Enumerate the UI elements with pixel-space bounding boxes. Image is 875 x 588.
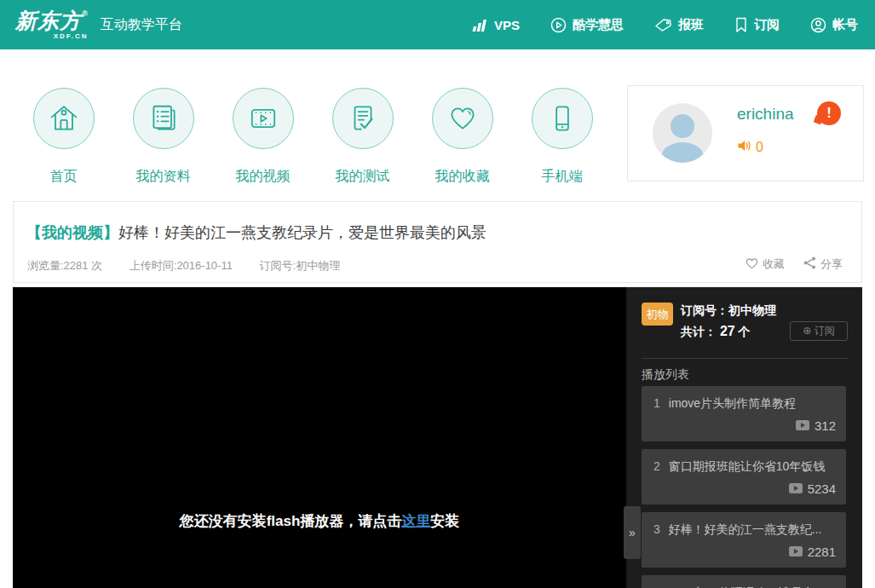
content-row: 您还没有安装flash播放器，请点击这里安装 » 初物 订阅号：初中物理 共计：…	[13, 287, 862, 588]
registered-mark: ®	[82, 9, 89, 18]
phone-icon	[532, 88, 593, 149]
nav-label: 我的视频	[236, 168, 291, 186]
heart-icon	[432, 88, 493, 149]
nav-item-mobile[interactable]: 手机端	[512, 88, 612, 186]
user-card: erichina ! 0	[627, 85, 864, 182]
test-check-icon	[332, 88, 394, 149]
platform-title: 互动教学平台	[101, 16, 182, 34]
avatar-head	[671, 114, 694, 138]
item-title: 好棒！好美的江一燕支教纪...	[669, 522, 822, 538]
flash-msg-suffix: 安装	[430, 513, 459, 529]
play-count-value: 312	[815, 418, 836, 433]
nav-label: 手机端	[542, 168, 583, 186]
subscription-total: 共计： 27 个	[681, 324, 751, 340]
item-index: 3	[653, 522, 660, 538]
collect-label: 收藏	[763, 257, 785, 272]
video-title: 【我的视频】好棒！好美的江一燕支教纪录片，爱是世界最美的风景	[26, 222, 486, 243]
top-header: 新东方® XDF.CN 互动教学平台 VPS 酷学慧思 报班	[0, 0, 875, 49]
heart-outline-icon	[745, 257, 758, 272]
total-unit: 个	[739, 325, 751, 338]
xdf-logo[interactable]: 新东方® XDF.CN	[15, 10, 89, 40]
item-index: 1	[653, 396, 660, 412]
nav-label: 首页	[50, 168, 78, 186]
menu-item-dingyue[interactable]: 订阅	[734, 17, 780, 33]
playlist-title: 播放列表	[642, 367, 689, 383]
playlist-item-2[interactable]: 2窗口期报班能让你省10年饭钱 5234	[642, 449, 846, 504]
nav-item-materials[interactable]: 我的资料	[113, 88, 213, 186]
flash-missing-message: 您还没有安装flash播放器，请点击这里安装	[13, 511, 626, 531]
logo-domain: XDF.CN	[15, 33, 89, 40]
item-title: 窗口期报班能让你省10年饭钱	[669, 459, 826, 475]
play-count-value: 5234	[808, 481, 836, 496]
video-category-tag: 【我的视频】	[26, 224, 118, 241]
share-icon	[803, 257, 816, 272]
menu-item-baoban[interactable]: 报班	[654, 17, 704, 33]
bar-chart-icon	[471, 18, 488, 32]
header-menu: VPS 酷学慧思 报班 订阅	[471, 17, 858, 33]
subscription-header: 初物 订阅号：初中物理 共计： 27 个 ⊕ 订阅	[642, 303, 848, 343]
menu-label: 帐号	[832, 17, 858, 33]
play-video-icon	[789, 481, 803, 496]
volume-count: 0	[756, 140, 763, 155]
flash-msg-prefix: 您还没有安装flash播放器，请点击	[180, 513, 402, 529]
logo-text: 新东方	[15, 9, 82, 32]
play-video-icon	[789, 545, 803, 559]
main-nav: 首页 我的资料 我的视频	[14, 88, 612, 186]
playlist-sidebar: 初物 订阅号：初中物理 共计： 27 个 ⊕ 订阅 播放列表 1imove片头制…	[626, 287, 862, 588]
play-count: 312	[796, 418, 836, 433]
menu-label: 报班	[678, 17, 704, 33]
menu-label: 酷学慧思	[573, 17, 624, 33]
avatar-body	[662, 142, 703, 163]
tag-icon	[654, 17, 672, 32]
menu-label: 订阅	[754, 17, 780, 33]
subscription-name: 订阅号:初中物理	[260, 259, 341, 272]
sidebar-collapse-handle[interactable]: »	[624, 506, 641, 559]
nav-label: 我的收藏	[435, 168, 490, 186]
menu-item-account[interactable]: 帐号	[810, 17, 858, 33]
username[interactable]: erichina	[737, 105, 794, 124]
install-here-link[interactable]: 这里	[401, 513, 430, 529]
playlist-item-3[interactable]: 3好棒！好美的江一燕支教纪... 2281	[642, 512, 846, 568]
collect-button[interactable]: 收藏	[745, 257, 785, 272]
speaker-icon	[737, 139, 752, 156]
subscription-badge: 初物	[642, 303, 673, 326]
playlist-item-4[interactable]: 42016初二物理课改：谁是参...	[642, 575, 846, 588]
volume-indicator[interactable]: 0	[737, 139, 763, 156]
bookmark-icon	[734, 17, 748, 33]
nav-item-videos[interactable]: 我的视频	[213, 88, 313, 186]
play-count: 2281	[789, 545, 836, 559]
video-player[interactable]: 您还没有安装flash播放器，请点击这里安装	[13, 287, 626, 588]
film-play-icon	[233, 88, 294, 149]
menu-label: VPS	[494, 18, 520, 32]
menu-item-kuxue[interactable]: 酷学慧思	[550, 17, 624, 33]
video-meta: 浏览量:2281 次 上传时间:2016-10-11 订阅号:初中物理	[27, 258, 364, 274]
play-circle-icon	[550, 17, 567, 33]
play-count-value: 2281	[808, 545, 836, 559]
nav-item-favorites[interactable]: 我的收藏	[412, 88, 512, 186]
total-count: 27	[720, 324, 735, 338]
subscribe-label: 订阅	[815, 325, 835, 337]
chevron-right-double-icon: »	[629, 526, 636, 539]
plus-circle-icon: ⊕	[803, 325, 811, 337]
total-label: 共计：	[681, 325, 717, 338]
upload-time: 上传时间:2016-10-11	[130, 259, 233, 272]
home-icon	[33, 88, 95, 149]
avatar[interactable]	[653, 103, 712, 163]
nav-label: 我的测试	[336, 168, 390, 186]
title-actions: 收藏 分享	[745, 257, 843, 272]
subscription-title: 订阅号：初中物理	[681, 303, 776, 319]
sidebar-divider	[642, 358, 848, 359]
playlist-item-1[interactable]: 1imove片头制作简单教程 312	[642, 386, 846, 441]
share-label: 分享	[820, 257, 843, 272]
playlist: 1imove片头制作简单教程 312 2窗口期报班能让你省10年饭钱 5234 …	[642, 386, 846, 588]
item-index: 2	[653, 459, 660, 475]
alert-exclamation-icon[interactable]: !	[817, 101, 841, 125]
nav-item-home[interactable]: 首页	[14, 88, 113, 186]
menu-item-vps[interactable]: VPS	[471, 18, 520, 32]
play-video-icon	[796, 418, 809, 433]
nav-label: 我的资料	[136, 168, 191, 186]
subscribe-button[interactable]: ⊕ 订阅	[790, 321, 848, 341]
play-count: 5234	[789, 481, 836, 496]
share-button[interactable]: 分享	[803, 257, 843, 272]
nav-item-tests[interactable]: 我的测试	[313, 88, 412, 186]
